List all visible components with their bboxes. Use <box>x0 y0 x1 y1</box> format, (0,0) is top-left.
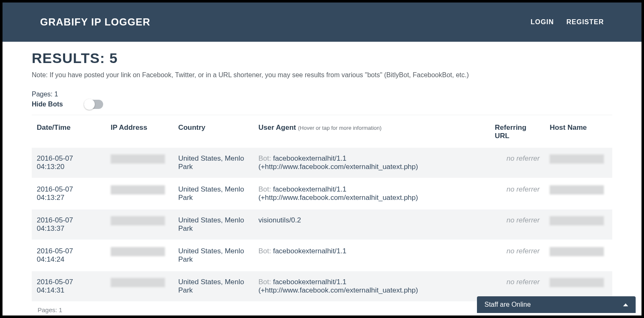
cell-useragent[interactable]: visionutils/0.2 <box>254 209 490 240</box>
cell-referrer: no referrer <box>490 240 545 270</box>
bot-prefix: Bot: <box>259 278 273 286</box>
cell-date: 2016-05-07 04:14:24 <box>32 240 106 270</box>
table-row: 2016-05-07 04:13:20United States, Menlo … <box>32 147 612 178</box>
cell-hostname <box>545 178 612 209</box>
cell-ip <box>106 178 173 209</box>
table-row: 2016-05-07 04:14:24United States, Menlo … <box>32 240 612 270</box>
table-header-row: Date/Time IP Address Country User Agent … <box>32 115 612 147</box>
th-country: Country <box>173 115 254 147</box>
staff-online-label: Staff are Online <box>484 301 531 308</box>
cell-referrer: no referrer <box>490 147 545 178</box>
cell-date: 2016-05-07 04:14:31 <box>32 270 106 301</box>
pages-label-top: Pages: 1 <box>32 91 612 98</box>
hide-bots-row: Hide Bots <box>32 100 612 109</box>
hide-bots-toggle[interactable] <box>84 100 103 109</box>
cell-referrer: no referrer <box>490 209 545 240</box>
th-hostname: Host Name <box>545 115 612 147</box>
redacted-host <box>550 247 604 256</box>
register-link[interactable]: REGISTER <box>566 18 604 26</box>
redacted-host <box>550 154 604 164</box>
bot-prefix: Bot: <box>259 154 273 162</box>
cell-ip <box>106 270 173 301</box>
cell-useragent[interactable]: Bot: facebookexternalhit/1.1 (+http://ww… <box>254 270 490 301</box>
bot-prefix: Bot: <box>259 247 273 255</box>
cell-useragent[interactable]: Bot: facebookexternalhit/1.1 <box>254 240 490 270</box>
brand-logo[interactable]: GRABIFY IP LOGGER <box>40 16 150 28</box>
table-row: 2016-05-07 04:13:27United States, Menlo … <box>32 178 612 209</box>
cell-date: 2016-05-07 04:13:37 <box>32 209 106 240</box>
table-row: 2016-05-07 04:13:37United States, Menlo … <box>32 209 612 240</box>
bot-prefix: Bot: <box>259 185 273 193</box>
cell-referrer: no referrer <box>490 178 545 209</box>
cell-country: United States, Menlo Park <box>173 178 254 209</box>
cell-date: 2016-05-07 04:13:27 <box>32 178 106 209</box>
cell-ip <box>106 209 173 240</box>
main-content: RESULTS: 5 Note: If you have posted your… <box>3 42 641 315</box>
cell-ip <box>106 240 173 270</box>
cell-hostname <box>545 209 612 240</box>
th-referring-url: Referring URL <box>490 115 545 147</box>
chevron-up-icon <box>623 303 628 306</box>
cell-country: United States, Menlo Park <box>173 270 254 301</box>
redacted-ip <box>111 216 165 225</box>
app-frame: GRABIFY IP LOGGER LOGIN REGISTER RESULTS… <box>3 3 641 315</box>
th-useragent-hint: (Hover or tap for more information) <box>298 125 382 131</box>
staff-online-bar[interactable]: Staff are Online <box>477 296 636 313</box>
redacted-ip <box>111 154 165 164</box>
redacted-host <box>550 185 604 194</box>
login-link[interactable]: LOGIN <box>531 18 554 26</box>
cell-hostname <box>545 240 612 270</box>
th-date: Date/Time <box>32 115 106 147</box>
cell-date: 2016-05-07 04:13:20 <box>32 147 106 178</box>
results-note: Note: If you have posted your link on Fa… <box>32 71 612 79</box>
redacted-host <box>550 278 604 287</box>
results-table: Date/Time IP Address Country User Agent … <box>32 115 612 301</box>
hide-bots-label: Hide Bots <box>32 101 63 108</box>
redacted-ip <box>111 185 165 194</box>
th-useragent-label: User Agent <box>259 124 296 131</box>
cell-hostname <box>545 147 612 178</box>
th-useragent: User Agent (Hover or tap for more inform… <box>254 115 490 147</box>
redacted-ip <box>111 278 165 287</box>
toggle-knob-icon <box>84 99 95 110</box>
cell-useragent[interactable]: Bot: facebookexternalhit/1.1 (+http://ww… <box>254 147 490 178</box>
cell-country: United States, Menlo Park <box>173 209 254 240</box>
redacted-ip <box>111 247 165 256</box>
header-bar: GRABIFY IP LOGGER LOGIN REGISTER <box>3 3 641 42</box>
cell-country: United States, Menlo Park <box>173 147 254 178</box>
th-ip: IP Address <box>106 115 173 147</box>
cell-useragent[interactable]: Bot: facebookexternalhit/1.1 (+http://ww… <box>254 178 490 209</box>
cell-country: United States, Menlo Park <box>173 240 254 270</box>
redacted-host <box>550 216 604 225</box>
results-heading: RESULTS: 5 <box>32 50 612 66</box>
header-nav: LOGIN REGISTER <box>531 18 604 26</box>
cell-ip <box>106 147 173 178</box>
